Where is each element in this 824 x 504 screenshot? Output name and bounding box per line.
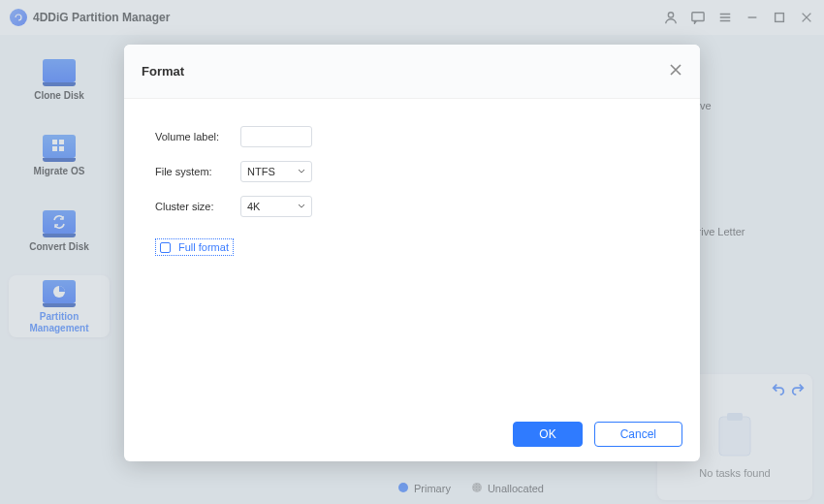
volume-label-label: Volume label: <box>155 131 227 142</box>
cancel-button[interactable]: Cancel <box>594 422 682 447</box>
cluster-size-label: Cluster size: <box>155 201 227 212</box>
full-format-label: Full format <box>178 241 229 253</box>
cluster-size-select[interactable]: 4K <box>240 196 312 217</box>
full-format-checkbox[interactable]: Full format <box>155 238 234 256</box>
format-dialog: Format Volume label: File system: NTFS C… <box>124 45 700 461</box>
checkbox-icon <box>160 242 171 253</box>
file-system-value: NTFS <box>247 166 275 177</box>
file-system-select[interactable]: NTFS <box>240 161 312 182</box>
chevron-down-icon <box>298 168 305 175</box>
file-system-label: File system: <box>155 166 227 177</box>
dialog-close-button[interactable] <box>669 63 682 80</box>
chevron-down-icon <box>298 203 305 210</box>
cluster-size-value: 4K <box>247 201 260 212</box>
volume-label-input[interactable] <box>240 126 312 147</box>
ok-button[interactable]: OK <box>513 422 582 447</box>
dialog-title: Format <box>142 64 184 79</box>
